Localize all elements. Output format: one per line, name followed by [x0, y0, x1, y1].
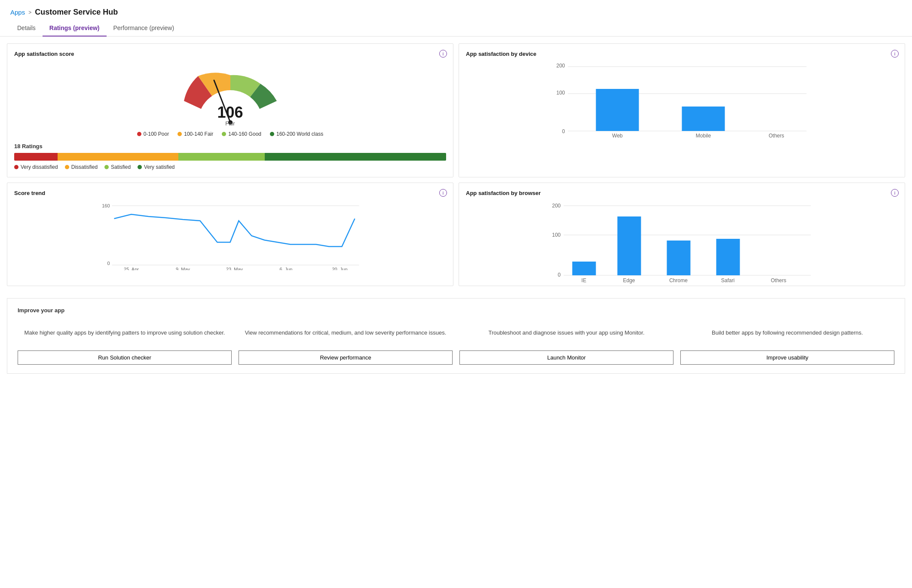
svg-text:Others: Others: [771, 277, 786, 283]
improve-desc-improve-usability: Build better apps by following recommend…: [712, 322, 863, 344]
device-chart-svg: 200 100 0 Web Mobile Others: [466, 62, 898, 140]
device-bar-chart: 200 100 0 Web Mobile Others: [466, 62, 898, 140]
svg-text:9. May: 9. May: [176, 267, 190, 270]
breadcrumb-title: Customer Service Hub: [35, 8, 118, 17]
gauge-score: 106: [217, 105, 243, 120]
legend-fair-dot: [178, 132, 182, 136]
breadcrumb-apps-link[interactable]: Apps: [10, 9, 25, 16]
device-card: App satisfaction by device i 200 100 0 W…: [459, 43, 905, 177]
browser-bar-chart: 200 100 0 IE Edge Chrome: [466, 201, 898, 279]
ratings-dot-very-dissatisfied: [14, 165, 18, 169]
browser-card: App satisfaction by browser i 200 100 0 …: [459, 183, 905, 286]
bar-edge: [618, 216, 641, 275]
legend-good: 140-160 Good: [222, 131, 261, 137]
svg-text:Safari: Safari: [721, 277, 734, 283]
gauge-legend: 0-100 Poor 100-140 Fair 140-160 Good 160…: [137, 131, 323, 137]
page: Apps > Customer Service Hub Details Rati…: [0, 0, 912, 588]
ratings-label-dissatisfied: Dissatisfied: [71, 164, 98, 170]
tab-details[interactable]: Details: [10, 20, 43, 37]
bar-mobile: [682, 107, 725, 131]
improve-desc-launch-monitor: Troubleshoot and diagnose issues with yo…: [488, 322, 644, 344]
legend-good-dot: [222, 132, 226, 136]
legend-fair-label: 100-140 Fair: [184, 131, 213, 137]
ratings-label-very-dissatisfied: Very dissatisfied: [21, 164, 58, 170]
improve-item-improve-usability: Build better apps by following recommend…: [680, 322, 894, 365]
svg-text:0: 0: [562, 128, 565, 134]
improve-item-review-performance: View recommendations for critical, mediu…: [239, 322, 453, 365]
svg-text:0: 0: [558, 272, 561, 278]
main-grid: App satisfaction score i: [0, 43, 912, 293]
ratings-legend-very-dissatisfied: Very dissatisfied: [14, 164, 58, 170]
satisfaction-score-title: App satisfaction score: [14, 51, 446, 57]
score-trend-card: Score trend i 160 0 25. Apr 9. May 23. M…: [7, 183, 453, 286]
gauge-container: 106 Fair 0-100 Poor 100-140 Fair: [14, 62, 446, 137]
ratings-segment-very-satisfied: [265, 153, 446, 161]
trend-chart: 160 0 25. Apr 9. May 23. May 6. Jun 20. …: [14, 201, 446, 257]
svg-text:Chrome: Chrome: [669, 277, 688, 283]
tab-performance[interactable]: Performance (preview): [107, 20, 181, 37]
gauge-score-label: Fair: [217, 120, 243, 127]
ratings-segment-satisfied: [178, 153, 265, 161]
ratings-legend-very-satisfied: Very satisfied: [138, 164, 174, 170]
legend-poor-dot: [137, 132, 141, 136]
launch-monitor-button[interactable]: Launch Monitor: [459, 350, 673, 365]
improve-item-solution-checker: Make higher quality apps by identifying …: [18, 322, 232, 365]
gauge-wrap: 106 Fair: [174, 67, 286, 127]
breadcrumb-separator: >: [28, 9, 31, 15]
legend-poor-label: 0-100 Poor: [144, 131, 169, 137]
svg-text:6. Jun: 6. Jun: [280, 267, 293, 270]
trend-chart-svg: 160 0 25. Apr 9. May 23. May 6. Jun 20. …: [14, 201, 446, 270]
svg-text:IE: IE: [581, 277, 586, 283]
ratings-segment-dissatisfied: [58, 153, 178, 161]
ratings-legend-dissatisfied: Dissatisfied: [65, 164, 98, 170]
ratings-segment-very-dissatisfied: [14, 153, 58, 161]
improve-desc-solution-checker: Make higher quality apps by identifying …: [24, 322, 225, 344]
ratings-label-satisfied: Satisfied: [111, 164, 131, 170]
ratings-count: 18 Ratings: [14, 143, 446, 149]
svg-text:200: 200: [552, 203, 560, 209]
bar-chrome: [667, 241, 691, 275]
svg-text:0: 0: [107, 261, 110, 266]
gauge-text: 106 Fair: [217, 105, 243, 127]
svg-text:Edge: Edge: [623, 277, 635, 283]
device-info-icon[interactable]: i: [891, 50, 899, 58]
svg-text:200: 200: [556, 63, 565, 69]
browser-chart-svg: 200 100 0 IE Edge Chrome: [466, 201, 898, 287]
satisfaction-score-card: App satisfaction score i: [7, 43, 453, 177]
review-performance-button[interactable]: Review performance: [239, 350, 453, 365]
improve-usability-button[interactable]: Improve usability: [680, 350, 894, 365]
svg-text:25. Apr: 25. Apr: [124, 267, 139, 270]
ratings-legend: Very dissatisfied Dissatisfied Satisfied…: [14, 164, 446, 170]
satisfaction-score-info-icon[interactable]: i: [439, 50, 447, 58]
svg-text:160: 160: [102, 203, 110, 208]
trend-line: [114, 214, 355, 247]
svg-text:Mobile: Mobile: [696, 133, 711, 139]
legend-fair: 100-140 Fair: [178, 131, 213, 137]
run-solution-checker-button[interactable]: Run Solution checker: [18, 350, 232, 365]
improve-section: Improve your app Make higher quality app…: [7, 298, 905, 374]
browser-info-icon[interactable]: i: [891, 189, 899, 197]
tab-bar: Details Ratings (preview) Performance (p…: [0, 20, 912, 37]
tab-ratings[interactable]: Ratings (preview): [43, 20, 107, 37]
legend-worldclass-label: 160-200 World class: [276, 131, 323, 137]
improve-title: Improve your app: [18, 307, 894, 314]
improve-item-launch-monitor: Troubleshoot and diagnose issues with yo…: [459, 322, 673, 365]
device-card-title: App satisfaction by device: [466, 51, 898, 57]
legend-good-label: 140-160 Good: [228, 131, 261, 137]
bar-ie: [572, 262, 596, 275]
svg-text:Others: Others: [768, 133, 784, 139]
legend-worldclass-dot: [270, 132, 274, 136]
score-trend-info-icon[interactable]: i: [439, 189, 447, 197]
ratings-legend-satisfied: Satisfied: [104, 164, 131, 170]
svg-text:20. Jun: 20. Jun: [332, 267, 347, 270]
score-trend-title: Score trend: [14, 190, 446, 196]
legend-worldclass: 160-200 World class: [270, 131, 323, 137]
svg-text:23. May: 23. May: [226, 267, 243, 270]
breadcrumb: Apps > Customer Service Hub: [0, 0, 912, 20]
ratings-dot-dissatisfied: [65, 165, 69, 169]
svg-text:100: 100: [556, 90, 565, 96]
improve-desc-review-performance: View recommendations for critical, mediu…: [245, 322, 447, 344]
ratings-dot-satisfied: [104, 165, 109, 169]
svg-text:Web: Web: [612, 133, 623, 139]
svg-text:100: 100: [552, 232, 560, 238]
